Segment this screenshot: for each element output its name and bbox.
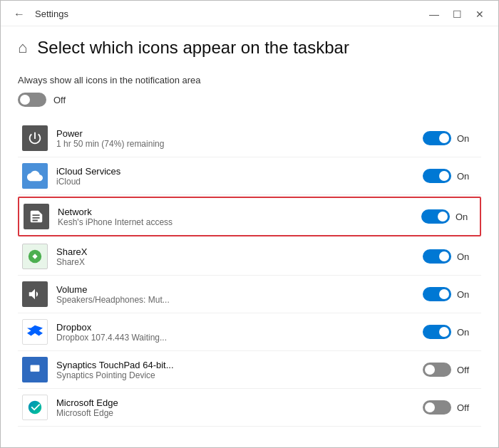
maximize-button[interactable]: ☐ (447, 6, 467, 22)
power-toggle[interactable] (423, 131, 451, 145)
icloud-sub: iCloud (56, 177, 423, 187)
network-text: Network Kesh's iPhone Internet access (58, 207, 421, 227)
sharex-icon (22, 244, 48, 269)
volume-state: On (457, 289, 477, 300)
synaptics-icon (22, 357, 48, 382)
always-show-label: Always show all icons in the notificatio… (18, 75, 481, 85)
list-item: Power 1 hr 50 min (74%) remaining On (18, 120, 481, 157)
content-area: ⌂ Select which icons appear on the taskb… (1, 26, 498, 447)
dropbox-sub: Dropbox 107.4.443 Waiting... (56, 333, 423, 343)
titlebar-left: ← Settings (9, 6, 68, 22)
synaptics-state: Off (457, 365, 477, 375)
page-header: ⌂ Select which icons appear on the taskb… (18, 38, 481, 58)
always-show-toggle[interactable] (18, 93, 46, 107)
volume-control: On (423, 287, 477, 301)
list-item: Dropbox Dropbox 107.4.443 Waiting... On (18, 313, 481, 351)
synaptics-control: Off (423, 363, 477, 377)
power-sub: 1 hr 50 min (74%) remaining (56, 139, 423, 149)
power-control: On (423, 131, 477, 145)
icloud-icon (22, 163, 48, 189)
edge-icon (22, 395, 48, 420)
network-icon (24, 204, 49, 229)
synaptics-sub: Synaptics Pointing Device (56, 370, 423, 380)
power-icon (22, 125, 48, 151)
volume-toggle[interactable] (423, 287, 451, 301)
icloud-state: On (457, 171, 477, 182)
synaptics-name: Synaptics TouchPad 64-bit... (56, 360, 423, 370)
list-item: Volume Speakers/Headphones: Mut... On (18, 276, 481, 313)
sharex-text: ShareX ShareX (56, 246, 423, 267)
volume-name: Volume (56, 284, 423, 295)
synaptics-text: Synaptics TouchPad 64-bit... Synaptics P… (56, 360, 423, 380)
dropbox-state: On (457, 327, 477, 338)
synaptics-toggle[interactable] (423, 363, 451, 377)
page-title: Select which icons appear on the taskbar (37, 38, 349, 58)
network-control: On (421, 209, 475, 224)
list-item: Synaptics TouchPad 64-bit... Synaptics P… (18, 351, 481, 389)
settings-window: ← Settings — ☐ ✕ ⌂ Select which icons ap… (0, 0, 499, 448)
icloud-name: iCloud Services (56, 166, 423, 177)
sharex-sub: ShareX (56, 257, 423, 267)
always-show-row: Off (18, 93, 481, 107)
edge-sub: Microsoft Edge (56, 408, 423, 418)
network-toggle[interactable] (421, 209, 450, 224)
titlebar-controls: — ☐ ✕ (424, 6, 490, 22)
icloud-text: iCloud Services iCloud (56, 166, 423, 187)
power-name: Power (56, 128, 423, 139)
volume-text: Volume Speakers/Headphones: Mut... (56, 284, 423, 305)
power-text: Power 1 hr 50 min (74%) remaining (56, 128, 423, 149)
edge-text: Microsoft Edge Microsoft Edge (56, 397, 423, 418)
close-button[interactable]: ✕ (470, 6, 490, 22)
sharex-state: On (457, 251, 477, 262)
power-state: On (457, 133, 477, 144)
sharex-toggle[interactable] (423, 249, 451, 264)
dropbox-icon (22, 319, 48, 345)
volume-icon (22, 281, 48, 307)
list-item: iCloud Services iCloud On (18, 157, 481, 195)
home-icon: ⌂ (18, 38, 27, 57)
icon-list: Power 1 hr 50 min (74%) remaining On (18, 120, 481, 427)
icloud-control: On (423, 169, 477, 183)
network-sub: Kesh's iPhone Internet access (58, 217, 421, 227)
list-item: Microsoft Edge Microsoft Edge Off (18, 389, 481, 427)
window-title: Settings (35, 9, 68, 19)
network-name: Network (58, 207, 421, 217)
back-button[interactable]: ← (9, 6, 29, 22)
dropbox-name: Dropbox (56, 322, 423, 333)
sharex-name: ShareX (56, 246, 423, 257)
edge-control: Off (423, 400, 477, 415)
list-item: ShareX ShareX On (18, 238, 481, 276)
sharex-control: On (423, 249, 477, 264)
icloud-toggle[interactable] (423, 169, 451, 183)
edge-toggle[interactable] (423, 400, 451, 415)
dropbox-toggle[interactable] (423, 325, 451, 339)
network-state: On (456, 212, 475, 222)
svg-rect-1 (30, 365, 41, 373)
edge-state: Off (457, 402, 477, 413)
edge-name: Microsoft Edge (56, 397, 423, 408)
dropbox-control: On (423, 325, 477, 339)
always-show-state: Off (53, 95, 66, 105)
list-item-network: Network Kesh's iPhone Internet access On (18, 197, 481, 236)
minimize-button[interactable]: — (424, 6, 444, 22)
volume-sub: Speakers/Headphones: Mut... (56, 295, 423, 305)
dropbox-text: Dropbox Dropbox 107.4.443 Waiting... (56, 322, 423, 343)
titlebar: ← Settings — ☐ ✕ (1, 1, 498, 26)
